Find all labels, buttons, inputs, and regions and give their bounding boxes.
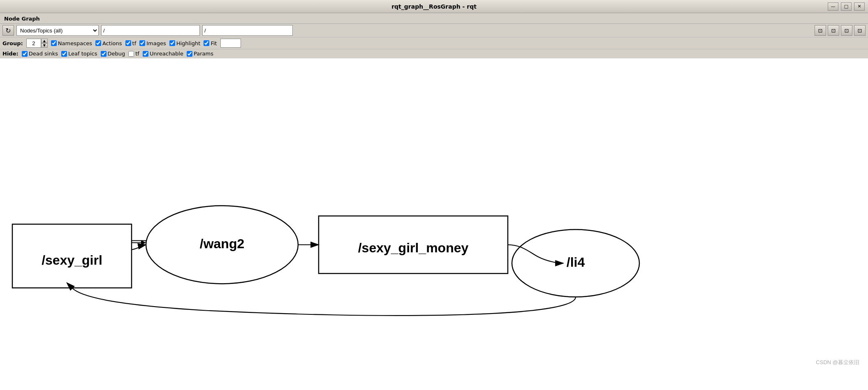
group-label: Group:: [2, 40, 23, 46]
dead-sinks-checkbox[interactable]: [22, 51, 28, 57]
refresh-button[interactable]: ↻: [2, 25, 14, 36]
spinner-down[interactable]: ▼: [41, 43, 48, 48]
graph-container[interactable]: /sexy_girl /wang2 /sexy_girl_money /li4: [0, 58, 868, 390]
node-sexy-girl-label: /sexy_girl: [42, 253, 102, 268]
images-checkbox[interactable]: [139, 40, 145, 46]
tf-label: tf: [132, 40, 137, 46]
fit-value-input[interactable]: [220, 39, 241, 48]
view-mode-dropdown[interactable]: Nodes/Topics (all) Nodes only Topics onl…: [16, 25, 99, 36]
group-value-input[interactable]: 2: [26, 39, 41, 48]
dead-sinks-checkbox-label[interactable]: Dead sinks: [22, 51, 58, 57]
leaf-topics-checkbox[interactable]: [61, 51, 67, 57]
namespaces-checkbox[interactable]: [51, 40, 57, 46]
fit-checkbox-label[interactable]: Fit: [204, 40, 217, 46]
title-bar: rqt_graph__RosGraph - rqt — □ ✕: [0, 0, 868, 13]
hide-tf-checkbox-label[interactable]: tf: [128, 51, 139, 57]
hide-row: Hide: Dead sinks Leaf topics Debug tf Un…: [0, 49, 868, 58]
tf-checkbox[interactable]: [125, 40, 131, 46]
namespaces-label: Namespaces: [58, 40, 92, 46]
node-filter-input[interactable]: [202, 25, 293, 36]
app-window: Node Graph ↻ Nodes/Topics (all) Nodes on…: [0, 13, 868, 390]
screenshot-button[interactable]: ⊡: [841, 25, 852, 36]
options-row: Group: 2 ▲ ▼ Namespaces Actions tf: [0, 37, 868, 49]
leaf-topics-checkbox-label[interactable]: Leaf topics: [61, 51, 97, 57]
params-checkbox-label[interactable]: Params: [187, 51, 213, 57]
node-sexy-girl-money-label: /sexy_girl_money: [358, 240, 469, 255]
actions-label: Actions: [102, 40, 122, 46]
highlight-label: Highlight: [176, 40, 201, 46]
toolbar-right-buttons: ⊡ ⊡ ⊡ ⊡: [815, 25, 866, 36]
hide-tf-label: tf: [135, 51, 139, 57]
namespace-input[interactable]: [101, 25, 200, 36]
hide-label: Hide:: [2, 51, 19, 57]
spinner-buttons: ▲ ▼: [41, 39, 48, 48]
window-controls: — □ ✕: [828, 2, 865, 11]
highlight-checkbox-label[interactable]: Highlight: [169, 40, 201, 46]
watermark: CSDN @暮尘依旧: [816, 359, 859, 365]
tf-checkbox-label[interactable]: tf: [125, 40, 137, 46]
settings-button[interactable]: ⊡: [854, 25, 866, 36]
panel-header: Node Graph: [0, 13, 868, 24]
unreachable-checkbox[interactable]: [143, 51, 148, 57]
images-checkbox-label[interactable]: Images: [139, 40, 166, 46]
close-button[interactable]: ✕: [854, 2, 865, 11]
fit-label: Fit: [211, 40, 217, 46]
group-spinner[interactable]: 2 ▲ ▼: [26, 39, 48, 48]
images-label: Images: [146, 40, 166, 46]
graph-svg: /sexy_girl /wang2 /sexy_girl_money /li4: [0, 58, 868, 390]
actions-checkbox-label[interactable]: Actions: [95, 40, 122, 46]
maximize-button[interactable]: □: [841, 2, 852, 11]
window-title: rqt_graph__RosGraph - rqt: [391, 3, 477, 10]
spinner-up[interactable]: ▲: [41, 39, 48, 43]
unreachable-label: Unreachable: [150, 51, 183, 57]
dead-sinks-label: Dead sinks: [29, 51, 58, 57]
node-wang2-label: /wang2: [200, 236, 244, 251]
edge-li4-to-sg: [72, 288, 576, 316]
leaf-topics-label: Leaf topics: [68, 51, 97, 57]
debug-checkbox-label[interactable]: Debug: [101, 51, 125, 57]
unreachable-checkbox-label[interactable]: Unreachable: [143, 51, 183, 57]
hide-tf-checkbox[interactable]: [128, 51, 134, 57]
fit-checkbox[interactable]: [204, 40, 209, 46]
node-li4-label: /li4: [567, 255, 585, 270]
namespaces-checkbox-label[interactable]: Namespaces: [51, 40, 92, 46]
actions-checkbox[interactable]: [95, 40, 101, 46]
debug-checkbox[interactable]: [101, 51, 106, 57]
fit-graph-button[interactable]: ⊡: [815, 25, 826, 36]
debug-label: Debug: [108, 51, 125, 57]
edge-sg-to-wang2: [132, 245, 146, 250]
toolbar-row: ↻ Nodes/Topics (all) Nodes only Topics o…: [0, 24, 868, 37]
panel-title: Node Graph: [2, 15, 42, 23]
export-button[interactable]: ⊡: [828, 25, 839, 36]
highlight-checkbox[interactable]: [169, 40, 175, 46]
params-checkbox[interactable]: [187, 51, 192, 57]
params-label: Params: [194, 51, 213, 57]
minimize-button[interactable]: —: [828, 2, 838, 11]
